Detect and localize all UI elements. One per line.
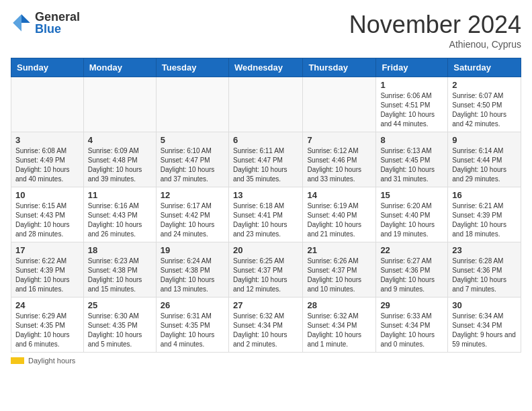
day-number: 3 [15, 135, 79, 145]
day-info: Sunrise: 6:32 AMSunset: 4:34 PMDaylight:… [307, 312, 371, 349]
calendar-cell: 1Sunrise: 6:06 AMSunset: 4:51 PMDaylight… [376, 77, 448, 132]
day-number: 19 [161, 245, 224, 255]
day-number: 25 [88, 300, 152, 310]
weekday-header-sunday: Sunday [11, 58, 84, 77]
day-info: Sunrise: 6:09 AMSunset: 4:48 PMDaylight:… [88, 146, 152, 184]
day-number: 29 [380, 300, 443, 310]
calendar-cell: 8Sunrise: 6:13 AMSunset: 4:45 PMDaylight… [376, 132, 448, 187]
calendar-cell: 26Sunrise: 6:31 AMSunset: 4:35 PMDayligh… [156, 298, 228, 353]
day-number: 22 [380, 245, 443, 255]
day-number: 20 [233, 245, 298, 255]
day-info: Sunrise: 6:21 AMSunset: 4:39 PMDaylight:… [452, 201, 517, 239]
calendar-cell: 13Sunrise: 6:18 AMSunset: 4:41 PMDayligh… [228, 187, 302, 242]
day-number: 27 [233, 300, 298, 310]
weekday-header-monday: Monday [83, 58, 156, 77]
day-info: Sunrise: 6:18 AMSunset: 4:41 PMDaylight:… [233, 201, 298, 239]
day-number: 17 [15, 245, 79, 255]
weekday-header-friday: Friday [376, 58, 448, 77]
day-number: 5 [161, 135, 224, 145]
day-info: Sunrise: 6:19 AMSunset: 4:40 PMDaylight:… [307, 201, 371, 239]
day-number: 16 [452, 190, 517, 200]
calendar-cell: 27Sunrise: 6:32 AMSunset: 4:34 PMDayligh… [228, 298, 302, 353]
page-header: General Blue November 2024 Athienou, Cyp… [11, 11, 521, 50]
calendar-cell [83, 77, 156, 132]
calendar-cell [156, 77, 228, 132]
weekday-header-tuesday: Tuesday [156, 58, 228, 77]
day-number: 6 [233, 135, 298, 145]
logo-general-text: General [35, 11, 80, 23]
calendar-cell: 23Sunrise: 6:28 AMSunset: 4:36 PMDayligh… [448, 242, 521, 298]
daylight-bar-icon [11, 357, 24, 364]
logo-icon [11, 12, 32, 34]
calendar-cell: 21Sunrise: 6:26 AMSunset: 4:37 PMDayligh… [303, 242, 376, 298]
calendar-cell: 11Sunrise: 6:16 AMSunset: 4:43 PMDayligh… [83, 187, 156, 242]
footer-note: Daylight hours [11, 357, 521, 365]
calendar-cell: 28Sunrise: 6:32 AMSunset: 4:34 PMDayligh… [303, 298, 376, 353]
month-title: November 2024 [349, 11, 521, 39]
calendar-cell: 30Sunrise: 6:34 AMSunset: 4:34 PMDayligh… [448, 298, 521, 353]
calendar-cell: 10Sunrise: 6:15 AMSunset: 4:43 PMDayligh… [11, 187, 84, 242]
day-info: Sunrise: 6:25 AMSunset: 4:37 PMDaylight:… [233, 257, 298, 294]
calendar-cell [303, 77, 376, 132]
title-block: November 2024 Athienou, Cyprus [349, 11, 521, 50]
calendar-cell: 3Sunrise: 6:08 AMSunset: 4:49 PMDaylight… [11, 132, 84, 187]
day-info: Sunrise: 6:22 AMSunset: 4:39 PMDaylight:… [15, 257, 79, 294]
calendar-cell: 17Sunrise: 6:22 AMSunset: 4:39 PMDayligh… [11, 242, 84, 298]
day-number: 15 [380, 190, 443, 200]
day-number: 9 [452, 135, 517, 145]
calendar-cell: 24Sunrise: 6:29 AMSunset: 4:35 PMDayligh… [11, 298, 84, 353]
day-info: Sunrise: 6:12 AMSunset: 4:46 PMDaylight:… [307, 146, 371, 184]
day-info: Sunrise: 6:10 AMSunset: 4:47 PMDaylight:… [161, 146, 224, 184]
calendar-cell: 7Sunrise: 6:12 AMSunset: 4:46 PMDaylight… [303, 132, 376, 187]
day-info: Sunrise: 6:06 AMSunset: 4:51 PMDaylight:… [380, 91, 443, 129]
day-number: 7 [307, 135, 371, 145]
day-number: 1 [380, 80, 443, 90]
day-number: 2 [452, 80, 517, 90]
calendar-cell: 15Sunrise: 6:20 AMSunset: 4:40 PMDayligh… [376, 187, 448, 242]
svg-marker-2 [13, 23, 21, 32]
calendar-cell: 22Sunrise: 6:27 AMSunset: 4:36 PMDayligh… [376, 242, 448, 298]
day-info: Sunrise: 6:28 AMSunset: 4:36 PMDaylight:… [452, 257, 517, 294]
day-number: 24 [15, 300, 79, 310]
day-number: 14 [307, 190, 371, 200]
day-info: Sunrise: 6:15 AMSunset: 4:43 PMDaylight:… [15, 201, 79, 239]
calendar-cell: 16Sunrise: 6:21 AMSunset: 4:39 PMDayligh… [448, 187, 521, 242]
svg-marker-0 [21, 14, 30, 23]
day-info: Sunrise: 6:16 AMSunset: 4:43 PMDaylight:… [88, 201, 152, 239]
location: Athienou, Cyprus [349, 39, 521, 50]
day-info: Sunrise: 6:14 AMSunset: 4:44 PMDaylight:… [452, 146, 517, 184]
daylight-label: Daylight hours [28, 357, 75, 365]
day-number: 23 [452, 245, 517, 255]
day-info: Sunrise: 6:27 AMSunset: 4:36 PMDaylight:… [380, 257, 443, 294]
day-info: Sunrise: 6:08 AMSunset: 4:49 PMDaylight:… [15, 146, 79, 184]
day-info: Sunrise: 6:07 AMSunset: 4:50 PMDaylight:… [452, 91, 517, 129]
day-info: Sunrise: 6:11 AMSunset: 4:47 PMDaylight:… [233, 146, 298, 184]
logo: General Blue [11, 11, 80, 35]
day-info: Sunrise: 6:34 AMSunset: 4:34 PMDaylight:… [452, 312, 517, 349]
calendar-week-2: 3Sunrise: 6:08 AMSunset: 4:49 PMDaylight… [11, 132, 521, 187]
calendar-cell: 18Sunrise: 6:23 AMSunset: 4:38 PMDayligh… [83, 242, 156, 298]
calendar-cell: 12Sunrise: 6:17 AMSunset: 4:42 PMDayligh… [156, 187, 228, 242]
day-number: 13 [233, 190, 298, 200]
day-info: Sunrise: 6:30 AMSunset: 4:35 PMDaylight:… [88, 312, 152, 349]
day-number: 21 [307, 245, 371, 255]
calendar-cell: 20Sunrise: 6:25 AMSunset: 4:37 PMDayligh… [228, 242, 302, 298]
weekday-header-saturday: Saturday [448, 58, 521, 77]
day-number: 18 [88, 245, 152, 255]
calendar-cell: 4Sunrise: 6:09 AMSunset: 4:48 PMDaylight… [83, 132, 156, 187]
calendar-week-4: 17Sunrise: 6:22 AMSunset: 4:39 PMDayligh… [11, 242, 521, 298]
day-number: 28 [307, 300, 371, 310]
day-info: Sunrise: 6:24 AMSunset: 4:38 PMDaylight:… [161, 257, 224, 294]
day-info: Sunrise: 6:26 AMSunset: 4:37 PMDaylight:… [307, 257, 371, 294]
calendar-cell [228, 77, 302, 132]
calendar-cell: 19Sunrise: 6:24 AMSunset: 4:38 PMDayligh… [156, 242, 228, 298]
calendar-week-5: 24Sunrise: 6:29 AMSunset: 4:35 PMDayligh… [11, 298, 521, 353]
calendar-cell: 25Sunrise: 6:30 AMSunset: 4:35 PMDayligh… [83, 298, 156, 353]
weekday-header-thursday: Thursday [303, 58, 376, 77]
svg-marker-1 [13, 14, 21, 23]
day-info: Sunrise: 6:33 AMSunset: 4:34 PMDaylight:… [380, 312, 443, 349]
logo-blue-text: Blue [35, 23, 80, 35]
calendar-cell: 5Sunrise: 6:10 AMSunset: 4:47 PMDaylight… [156, 132, 228, 187]
day-number: 30 [452, 300, 517, 310]
calendar-cell: 14Sunrise: 6:19 AMSunset: 4:40 PMDayligh… [303, 187, 376, 242]
